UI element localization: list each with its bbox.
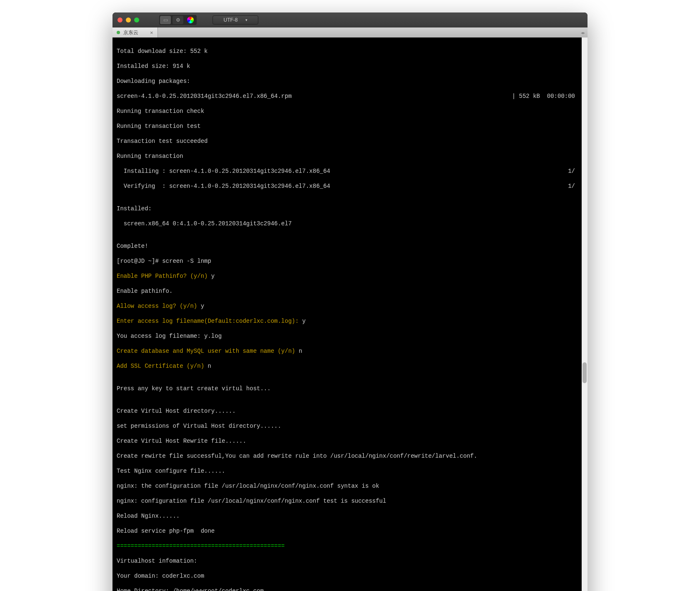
tabbar: 京东云 × ◂▸ — [112, 27, 588, 37]
toolbar-view-group: ▭ ⚙ — [159, 15, 197, 25]
tab-label: 京东云 — [123, 29, 138, 36]
output-line: Your domain: coderlxc.com — [117, 572, 583, 580]
output-line: Installed: — [117, 205, 583, 212]
output-line: Virtualhost infomation: — [117, 557, 583, 565]
view-mode-button[interactable]: ▭ — [160, 16, 171, 24]
output-line: set permissions of Virtual Host director… — [117, 422, 583, 430]
output-line: You access log filename: y.log — [117, 332, 583, 340]
output-line: Create Virtul Host Rewrite file...... — [117, 437, 583, 445]
output-line: screen.x86_64 0:4.1.0-0.25.20120314git3c… — [117, 220, 583, 227]
tab-jdcloud[interactable]: 京东云 × — [112, 27, 158, 37]
output-line: Total download size: 552 k — [117, 47, 583, 55]
output-line: Running transaction check — [117, 107, 583, 115]
close-icon[interactable]: × — [150, 30, 153, 36]
scrollbar-thumb[interactable] — [582, 362, 587, 383]
output-line: nginx: the configuration file /usr/local… — [117, 482, 583, 490]
output-line: screen-4.1.0-0.25.20120314git3c2946.el7.… — [117, 92, 583, 100]
prompt-question: Add SSL Certificate (y/n) n — [117, 362, 583, 370]
output-line: Home Directory: /home/wwwroot/coderlxc.c… — [117, 587, 583, 591]
fullscreen-icon[interactable] — [134, 17, 139, 22]
gear-icon[interactable]: ⚙ — [172, 16, 183, 24]
output-line: Press any key to start create virtul hos… — [117, 385, 583, 392]
prompt-line: [root@JD ~]# screen -S lnmp — [117, 257, 583, 265]
output-line: Running transaction — [117, 152, 583, 160]
output-line: Reload service php-fpm done — [117, 527, 583, 535]
terminal-window: ▭ ⚙ UTF-8 京东云 × ◂▸ Total download size: … — [112, 12, 588, 591]
output-line: Installing : screen-4.1.0-0.25.20120314g… — [117, 167, 583, 175]
output-line: Enable pathinfo. — [117, 287, 583, 295]
output-line: nginx: configuration file /usr/local/ngi… — [117, 497, 583, 505]
output-line: Running transaction test — [117, 122, 583, 130]
minimize-icon[interactable] — [126, 17, 131, 22]
output-line: Installed size: 914 k — [117, 62, 583, 70]
output-line: Downloading packages: — [117, 77, 583, 85]
scrollbar[interactable] — [582, 37, 588, 591]
tabbar-expand[interactable]: ◂▸ — [581, 27, 588, 37]
encoding-select[interactable]: UTF-8 — [212, 15, 258, 25]
output-line: Test Nginx configure file...... — [117, 467, 583, 475]
terminal-content[interactable]: Total download size: 552 k Installed siz… — [112, 37, 588, 591]
traffic-lights — [118, 17, 139, 22]
output-line: Create rewirte file successful,You can a… — [117, 452, 583, 460]
prompt-question: Create database and MySQL user with same… — [117, 347, 583, 355]
output-line: Complete! — [117, 242, 583, 250]
prompt-question: Enter access log filename(Default:coderl… — [117, 317, 583, 325]
prompt-question: Enable PHP Pathinfo? (y/n) y — [117, 272, 583, 280]
color-icon[interactable] — [187, 17, 194, 23]
close-icon[interactable] — [118, 17, 122, 22]
connection-status-icon — [117, 31, 120, 34]
encoding-label: UTF-8 — [224, 17, 238, 23]
output-line: Create Virtul Host directory...... — [117, 407, 583, 415]
titlebar: ▭ ⚙ UTF-8 — [112, 12, 588, 27]
output-line: Transaction test succeeded — [117, 137, 583, 145]
output-line: Verifying : screen-4.1.0-0.25.20120314gi… — [117, 182, 583, 190]
prompt-question: Allow access log? (y/n) y — [117, 302, 583, 310]
separator-line: ========================================… — [117, 542, 583, 550]
output-line: Reload Nginx...... — [117, 512, 583, 520]
